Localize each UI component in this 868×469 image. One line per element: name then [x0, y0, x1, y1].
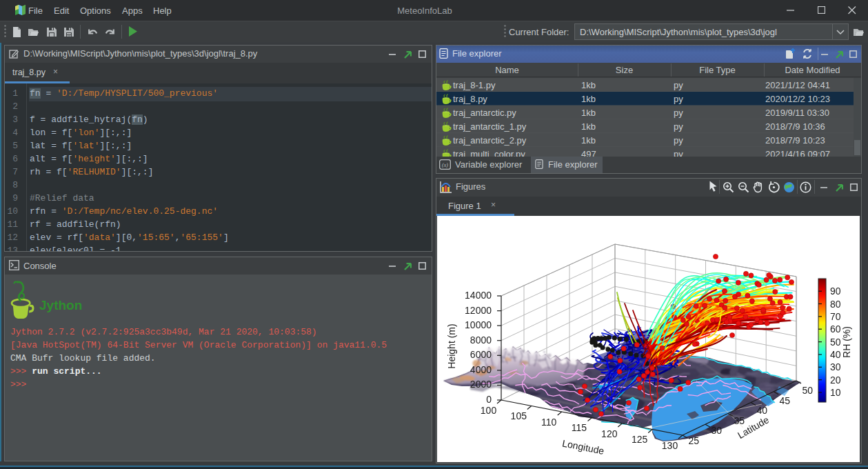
- svg-text:50: 50: [830, 337, 841, 348]
- svg-text:Height (m): Height (m): [446, 323, 457, 368]
- svg-text:30: 30: [711, 425, 723, 436]
- svg-text:10000: 10000: [465, 319, 492, 330]
- svg-text:115: 115: [572, 422, 587, 433]
- svg-text:45: 45: [780, 395, 791, 406]
- svg-text:40: 40: [830, 349, 841, 360]
- svg-text:70: 70: [830, 311, 841, 322]
- svg-text:RH (%): RH (%): [841, 326, 852, 358]
- svg-text:8000: 8000: [470, 335, 492, 346]
- svg-text:105: 105: [511, 410, 527, 421]
- svg-text:6000: 6000: [470, 349, 492, 360]
- svg-text:20: 20: [830, 375, 841, 386]
- svg-text:50: 50: [803, 385, 814, 396]
- svg-text:60: 60: [830, 323, 841, 335]
- svg-text:80: 80: [830, 299, 841, 310]
- svg-text:110: 110: [541, 417, 557, 428]
- svg-text:14000: 14000: [465, 290, 492, 301]
- svg-text:Longitude: Longitude: [561, 437, 605, 456]
- svg-text:4000: 4000: [470, 364, 492, 375]
- svg-text:10: 10: [830, 387, 841, 398]
- svg-text:30: 30: [830, 361, 841, 372]
- svg-text:12000: 12000: [465, 305, 492, 316]
- svg-text:35: 35: [734, 415, 745, 426]
- svg-text:120: 120: [601, 428, 618, 439]
- svg-text:130: 130: [662, 440, 678, 451]
- svg-text:100: 100: [481, 405, 497, 416]
- svg-text:125: 125: [632, 434, 648, 445]
- svg-text:(x): (x): [442, 162, 448, 168]
- svg-text:90: 90: [830, 286, 841, 297]
- svg-text:25: 25: [689, 435, 700, 446]
- svg-text:2000: 2000: [470, 379, 492, 390]
- svg-text:40: 40: [757, 405, 768, 416]
- svg-text:0: 0: [486, 394, 492, 405]
